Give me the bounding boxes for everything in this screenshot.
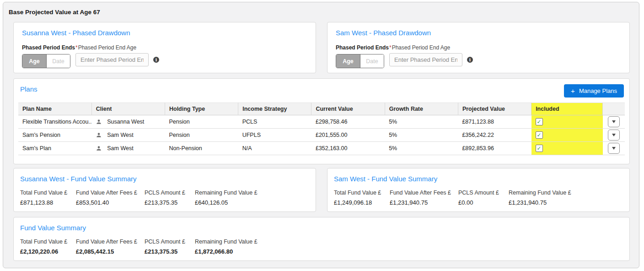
included-cell [531,142,603,155]
included-checkbox[interactable] [536,131,543,139]
summary-label: Fund Value After Fees £ [76,190,145,196]
col-actions [603,103,625,115]
summary-item: PCLS Amount £ £213,375.35 [145,238,195,255]
phased-period-toggle: Age Date [336,54,384,68]
plan-name-cell: Sam's Pension [18,129,91,142]
person-icon [96,132,102,138]
growth-rate-cell: 5% [385,129,458,142]
included-cell [531,115,603,129]
info-icon[interactable] [467,57,473,63]
plans-card: Plans + Manage Plans Plan Name Client Ho… [13,78,630,164]
summary-item: Remaining Fund Value £ £640,126.05 [195,190,258,206]
included-checkbox[interactable] [536,118,543,125]
phased-period-end-age-input[interactable] [389,53,462,66]
manage-plans-button[interactable]: + Manage Plans [564,84,624,98]
summary-value: £213,375.35 [145,199,195,206]
phased-period-end-age-label: *Phased Period End Age [75,44,159,51]
summary-label: Remaining Fund Value £ [509,190,571,196]
col-growth-rate: Growth Rate [385,103,458,115]
col-client: Client [91,103,165,115]
client-cell: Sam West [91,129,165,142]
table-row: Flexible Transitions Accou... Susanna We… [18,115,625,129]
col-projected-value: Projected Value [458,103,531,115]
included-checkbox[interactable] [536,145,543,152]
holding-type-cell: Pension [165,129,238,142]
current-value-cell: £298,758.46 [311,115,385,129]
toggle-age-button[interactable]: Age [336,54,360,68]
growth-rate-cell: 5% [385,115,458,129]
growth-rate-cell: 5% [385,142,458,155]
summary-value: £213,375.35 [145,248,195,255]
summary-value: £853,501.40 [76,199,145,206]
summary-value: £640,126.05 [195,199,258,206]
client-cell: Susanna West [91,115,165,129]
phased-period-toggle: Age Date [22,54,70,68]
susanna-fund-value-summary-card: Susanna West - Fund Value Summary Total … [13,168,316,212]
current-value-cell: £201,555.00 [311,129,385,142]
client-cell: Sam West [91,142,165,155]
base-projected-value-panel: Base Projected Value at Age 67 Susanna W… [3,2,639,268]
card-heading: Sam West - Phased Drawdown [336,29,431,37]
toggle-date-button[interactable]: Date [46,54,70,68]
summary-label: Remaining Fund Value £ [195,190,258,196]
summary-label: PCLS Amount £ [458,190,509,196]
susanna-phased-drawdown-card: Susanna West - Phased Drawdown Phased Pe… [13,22,316,73]
summary-label: Remaining Fund Value £ [195,238,258,245]
summary-value: £1,872,066.80 [195,248,258,255]
plans-heading: Plans [20,85,38,93]
toggle-date-button[interactable]: Date [360,54,384,68]
phased-period-end-age-input[interactable] [75,53,149,66]
row-menu-dropdown-button[interactable] [608,116,620,127]
summary-item: Total Fund Value £ £871,123.88 [20,190,76,206]
projected-value-cell: £356,242.22 [458,129,531,142]
plus-icon: + [571,87,575,94]
person-icon [96,145,102,152]
info-icon[interactable] [153,57,159,63]
toggle-age-button[interactable]: Age [22,54,46,68]
income-strategy-cell: UFPLS [238,129,311,142]
person-icon [96,119,102,125]
summary-item: PCLS Amount £ £0.00 [458,190,509,206]
phased-period-ends-label: Phased Period Ends [22,44,75,51]
summary-label: PCLS Amount £ [145,238,195,245]
row-actions-cell [603,115,625,129]
summary-item: Fund Value After Fees £ £853,501.40 [76,190,145,206]
table-row: Sam's Plan Sam West Non-Pension N/A £352… [18,142,625,155]
holding-type-cell: Pension [165,115,238,129]
plans-table: Plan Name Client Holding Type Income Str… [18,103,625,155]
holding-type-cell: Non-Pension [165,142,238,155]
sam-phased-drawdown-card: Sam West - Phased Drawdown Phased Period… [327,22,630,73]
summary-heading: Fund Value Summary [20,224,86,232]
summary-item: PCLS Amount £ £213,375.35 [145,190,195,206]
income-strategy-cell: N/A [238,142,311,155]
row-actions-cell [603,129,625,142]
included-cell [531,129,603,142]
summary-item: Fund Value After Fees £ £1,231,940.75 [390,190,458,206]
row-menu-dropdown-button[interactable] [608,143,620,154]
projected-value-cell: £892,853.96 [458,142,531,155]
summary-item: Remaining Fund Value £ £1,231,940.75 [509,190,571,206]
sam-fund-value-summary-card: Sam West - Fund Value Summary Total Fund… [327,168,630,212]
summary-heading: Susanna West - Fund Value Summary [20,175,137,183]
col-holding-type: Holding Type [165,103,238,115]
summary-value: £1,249,096.18 [334,199,390,206]
phased-period-end-age-label: *Phased Period End Age [389,44,473,51]
row-menu-dropdown-button[interactable] [608,130,620,141]
col-current-value: Current Value [311,103,385,115]
manage-plans-label: Manage Plans [579,87,617,94]
row-actions-cell [603,142,625,155]
income-strategy-cell: PCLS [238,115,311,129]
required-asterisk: * [75,44,78,51]
summary-item: Total Fund Value £ £1,249,096.18 [334,190,390,206]
summary-heading: Sam West - Fund Value Summary [334,175,437,183]
summary-label: Fund Value After Fees £ [76,238,145,245]
card-heading: Susanna West - Phased Drawdown [22,29,130,37]
phased-period-ends-label: Phased Period Ends [336,44,389,51]
summary-item: Remaining Fund Value £ £1,872,066.80 [195,238,258,255]
col-income-strategy: Income Strategy [238,103,311,115]
summary-value: £2,120,220.06 [20,248,76,255]
col-plan-name: Plan Name [18,103,91,115]
summary-value: £2,085,442.15 [76,248,145,255]
summary-label: Fund Value After Fees £ [390,190,458,196]
col-included: Included [531,103,603,115]
